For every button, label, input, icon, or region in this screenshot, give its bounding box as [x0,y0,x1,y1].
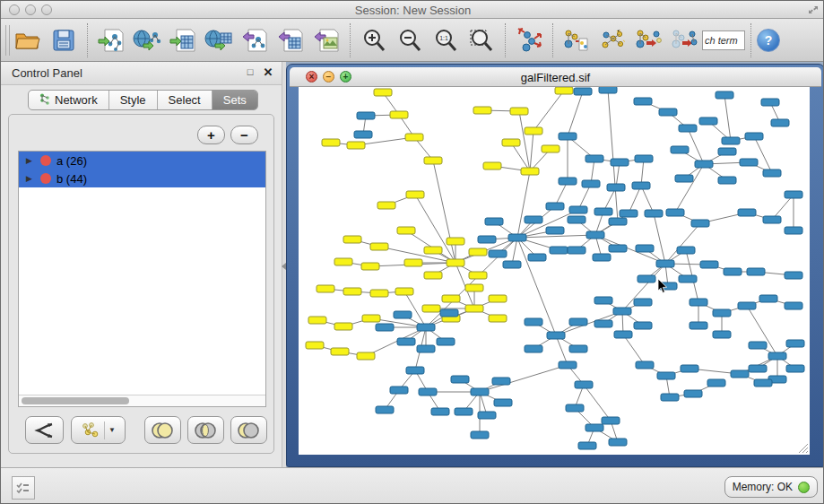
graph-node[interactable] [635,155,653,162]
graph-node[interactable] [419,388,437,395]
graph-node[interactable] [569,345,587,352]
graph-node[interactable] [679,275,697,282]
graph-node[interactable] [675,175,693,182]
graph-edge[interactable] [629,186,641,213]
graph-node[interactable] [671,146,689,153]
graph-edge[interactable] [568,91,583,136]
network-window[interactable]: × − + galFiltered.sif [286,64,824,467]
neighbors-hide-button[interactable] [666,22,702,58]
graph-node[interactable] [599,87,617,93]
graph-node[interactable] [489,315,507,322]
graph-node[interactable] [754,379,772,387]
graph-node[interactable] [357,352,375,360]
sets-list[interactable]: ▶ a (26) ▶ b (44) [18,151,266,407]
graph-node[interactable] [786,340,804,347]
graph-node[interactable] [574,88,592,95]
graph-node[interactable] [440,309,458,317]
graph-node[interactable] [593,254,611,261]
graph-node[interactable] [442,295,460,302]
graph-node[interactable] [634,98,652,105]
graph-node[interactable] [611,159,629,166]
graph-node[interactable] [525,127,542,135]
graph-node[interactable] [492,378,510,385]
graph-node[interactable] [347,142,365,149]
union-sets-button[interactable] [144,416,181,444]
graph-node[interactable] [582,180,600,187]
graph-node[interactable] [568,216,585,223]
horizontal-scrollbar[interactable] [19,395,265,406]
graph-node[interactable] [528,254,546,261]
graph-node[interactable] [559,361,577,369]
difference-sets-button[interactable] [230,416,267,444]
graph-node[interactable] [638,275,655,282]
graph-node[interactable] [690,322,707,329]
graph-node[interactable] [759,295,777,302]
graph-node[interactable] [370,243,388,250]
graph-node[interactable] [656,260,674,267]
graph-node[interactable] [585,155,603,162]
graph-node[interactable] [431,408,449,415]
graph-node[interactable] [489,250,507,257]
graph-node[interactable] [357,112,375,119]
graph-node[interactable] [594,320,612,327]
resize-grip-icon[interactable] [796,441,809,454]
graph-node[interactable] [525,216,542,223]
graph-node[interactable] [578,442,596,449]
graph-edge[interactable] [641,186,654,213]
tab-network[interactable]: Network [29,91,109,109]
graph-node[interactable] [636,245,654,252]
graph-node[interactable] [424,157,442,164]
graph-edge[interactable] [724,95,731,141]
scrollbar-thumb[interactable] [22,397,129,404]
graph-node[interactable] [451,376,469,383]
graph-edge[interactable] [754,136,772,173]
set-row-a[interactable]: ▶ a (26) [19,152,265,169]
graph-edge[interactable] [688,128,704,164]
graph-node[interactable] [681,365,698,372]
zoom-out-button[interactable] [392,22,428,58]
graph-node[interactable] [695,161,713,168]
import-network-url-button[interactable] [129,22,165,58]
graph-node[interactable] [447,238,464,245]
graph-node[interactable] [768,352,786,360]
graph-svg[interactable] [299,87,810,455]
expander-icon[interactable]: ▶ [26,174,35,183]
export-image-button[interactable] [308,22,344,58]
graph-node[interactable] [569,206,587,213]
graph-node[interactable] [731,370,749,378]
graph-node[interactable] [559,133,577,140]
graph-node[interactable] [404,259,422,266]
graph-node[interactable] [690,299,707,306]
graph-node[interactable] [634,322,652,329]
graph-node[interactable] [503,261,521,268]
graph-node[interactable] [724,268,742,275]
graph-node[interactable] [745,133,763,140]
graph-node[interactable] [718,177,736,184]
graph-node[interactable] [447,259,464,266]
graph-node[interactable] [700,261,718,268]
graph-node[interactable] [713,331,731,338]
graph-node[interactable] [343,288,361,295]
graph-node[interactable] [417,345,435,352]
graph-node[interactable] [763,216,781,223]
graph-node[interactable] [699,117,717,125]
import-table-url-button[interactable] [201,22,237,58]
graph-node[interactable] [376,324,394,331]
graph-node[interactable] [586,231,604,239]
graph-edge[interactable] [556,335,568,365]
graph-node[interactable] [661,394,679,401]
graph-node[interactable] [424,272,442,279]
graph-node[interactable] [437,338,455,345]
graph-node[interactable] [390,387,408,394]
save-session-button[interactable] [46,22,82,58]
graph-node[interactable] [718,148,736,155]
graph-node[interactable] [343,236,361,243]
graph-node[interactable] [585,424,603,431]
graph-node[interactable] [609,439,627,446]
graph-node[interactable] [785,191,802,198]
graph-node[interactable] [738,302,756,309]
help-button[interactable]: ? [757,29,780,52]
chevron-down-icon[interactable]: ▼ [108,426,116,434]
tab-select[interactable]: Select [158,91,213,109]
graph-node[interactable] [707,379,725,387]
